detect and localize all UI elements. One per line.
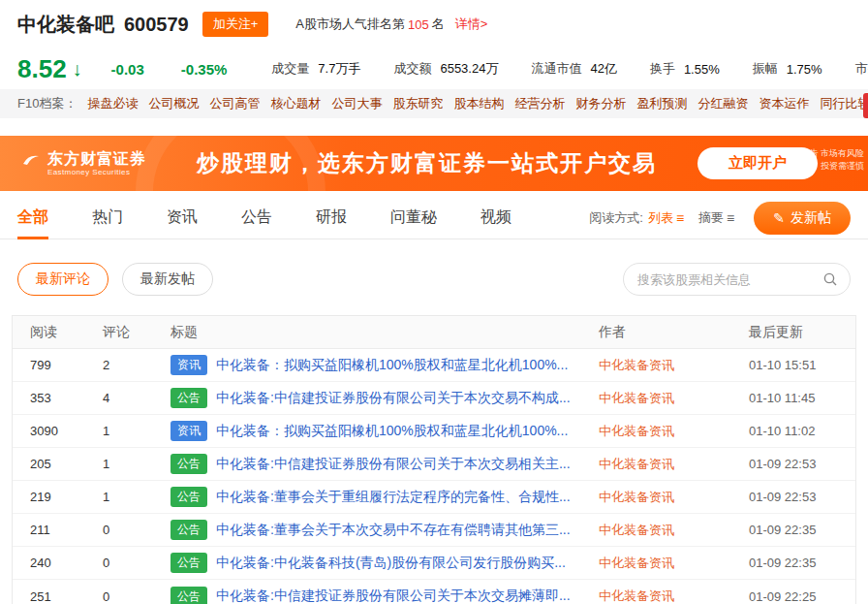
f10-link-dividends[interactable]: 分红融资 (698, 95, 748, 112)
f10-link-core-themes[interactable]: 核心题材 (270, 95, 321, 112)
stock-price: 8.52 (17, 54, 67, 84)
tab-announcements[interactable]: 公告 (241, 197, 272, 238)
post-updated-time: 01-09 22:53 (749, 457, 855, 471)
post-author-link[interactable]: 中化装备资讯 (599, 390, 749, 407)
tab-all[interactable]: 全部 (17, 197, 48, 238)
right-edge-float-tab[interactable] (863, 93, 868, 118)
post-title-cell: 公告 中化装备:董事会关于本次交易中不存在有偿聘请其他第三... (170, 520, 599, 540)
f10-nav: F10档案： 操盘必读 公司概况 公司高管 核心题材 公司大事 股东研究 股本结… (0, 89, 868, 118)
read-count: 240 (30, 556, 103, 570)
post-title-link[interactable]: 中化装备:董事会关于重组履行法定程序的完备性、合规性... (216, 489, 571, 506)
eastmoney-securities-brand: 东方财富证券 Eastmoney Securities (21, 150, 146, 177)
f10-link-capital-operations[interactable]: 资本运作 (759, 95, 809, 112)
stat-amplitude: 振幅 1.75% (753, 60, 822, 78)
post-title-link[interactable]: 中化装备:中信建投证券股份有限公司关于本次交易摊薄即... (216, 588, 571, 604)
f10-link-executives[interactable]: 公司高管 (209, 95, 260, 112)
comment-count: 4 (103, 391, 170, 405)
latest-comments-filter[interactable]: 最新评论 (17, 263, 108, 296)
f10-link-peer-comparison[interactable]: 同行比较 (820, 95, 868, 112)
ad-slogan: 炒股理财，选东方财富证券一站式开户交易 (197, 148, 657, 178)
follow-button[interactable]: 加关注+ (202, 12, 269, 37)
post-title-link[interactable]: 中化装备:董事会关于本次交易中不存在有偿聘请其他第三... (216, 522, 571, 539)
post-title-link[interactable]: 中化装备:中化装备科技(青岛)股份有限公司发行股份购买... (216, 555, 566, 572)
tab-news[interactable]: 资讯 (167, 197, 198, 238)
post-author-link[interactable]: 中化装备资讯 (599, 357, 749, 374)
post-updated-time: 01-10 11:45 (749, 391, 855, 405)
f10-link-company-events[interactable]: 公司大事 (331, 95, 382, 112)
search-input[interactable] (636, 271, 822, 288)
price-change: -0.03 (111, 61, 144, 78)
post-row: 211 0 公告 中化装备:董事会关于本次交易中不存在有偿聘请其他第三... 中… (13, 514, 855, 547)
board-header: 中化装备吧 600579 加关注+ A股市场人气排名第 105 名 详情> (0, 0, 868, 48)
mode-list-toggle[interactable]: 列表 ≡ (648, 209, 684, 227)
latest-posts-filter[interactable]: 最新发帖 (122, 263, 213, 296)
post-title-cell: 公告 中化装备:董事会关于重组履行法定程序的完备性、合规性... (170, 487, 599, 507)
f10-link-must-read[interactable]: 操盘必读 (87, 95, 138, 112)
rank-prefix: A股市场人气排名第 (295, 16, 405, 33)
post-author-link[interactable]: 中化装备资讯 (599, 456, 749, 473)
popularity-rank: A股市场人气排名第 105 名 详情> (295, 16, 487, 33)
tab-video[interactable]: 视频 (480, 197, 512, 238)
post-table-header: 阅读 评论 标题 作者 最后更新 (13, 316, 855, 349)
col-updated: 最后更新 (749, 324, 855, 341)
f10-link-operations[interactable]: 经营分析 (514, 95, 565, 112)
stat-turnover-amount: 成交额 6553.24万 (393, 60, 498, 78)
list-mode-icon: ≡ (676, 210, 684, 226)
col-comments: 评论 (103, 324, 170, 341)
stat-market-cap: 流通市值 42亿 (531, 60, 616, 78)
open-account-button[interactable]: 立即开户 (698, 147, 818, 179)
announcement-tag: 公告 (170, 553, 207, 573)
f10-link-company-profile[interactable]: 公司概况 (148, 95, 199, 112)
post-row: 219 1 公告 中化装备:董事会关于重组履行法定程序的完备性、合规性... 中… (13, 481, 855, 514)
tab-research[interactable]: 研报 (316, 197, 347, 238)
read-count: 251 (30, 589, 103, 604)
comment-count: 0 (103, 523, 170, 537)
post-row: 205 1 公告 中化装备:中信建投证券股份有限公司关于本次交易相关主... 中… (13, 448, 855, 481)
post-updated-time: 01-10 15:51 (749, 358, 855, 372)
announcement-tag: 公告 (170, 520, 207, 540)
digest-mode-icon: ≡ (727, 210, 734, 226)
post-author-link[interactable]: 中化装备资讯 (599, 555, 749, 572)
eastmoney-logo-icon (21, 151, 41, 175)
post-title-link[interactable]: 中化装备:中信建投证券股份有限公司关于本次交易不构成... (216, 390, 571, 407)
stat-volume: 成交量 7.7万手 (271, 60, 360, 78)
post-author-link[interactable]: 中化装备资讯 (599, 588, 749, 604)
stock-code: 600579 (124, 14, 189, 36)
post-updated-time: 01-09 22:53 (749, 490, 855, 504)
post-table: 阅读 评论 标题 作者 最后更新 799 2 资讯 中化装备：拟购买益阳橡机10… (12, 315, 856, 604)
f10-link-profit-forecast[interactable]: 盈利预测 (636, 95, 687, 112)
pencil-icon: ✎ (773, 210, 785, 226)
post-title-link[interactable]: 中化装备：拟购买益阳橡机100%股权和蓝星北化机100%... (216, 423, 568, 440)
post-title-link[interactable]: 中化装备：拟购买益阳橡机100%股权和蓝星北化机100%... (216, 357, 568, 374)
mode-digest-toggle[interactable]: 摘要 ≡ (698, 209, 734, 227)
post-title-link[interactable]: 中化装备:中信建投证券股份有限公司关于本次交易相关主... (216, 456, 571, 473)
col-title: 标题 (170, 324, 599, 341)
rank-detail-link[interactable]: 详情> (455, 16, 488, 33)
content-tabs: 全部 热门 资讯 公告 研报 问董秘 视频 阅读方式: 列表 ≡ 摘要 ≡ ✎ … (0, 197, 868, 239)
new-post-button[interactable]: ✎ 发新帖 (754, 202, 851, 235)
post-author-link[interactable]: 中化装备资讯 (599, 423, 749, 440)
stock-search-box[interactable] (623, 263, 851, 296)
post-author-link[interactable]: 中化装备资讯 (599, 522, 749, 539)
f10-link-shareholders[interactable]: 股东研究 (392, 95, 443, 112)
post-updated-time: 01-09 22:35 (749, 523, 855, 537)
post-author-link[interactable]: 中化装备资讯 (599, 489, 749, 506)
read-count: 353 (30, 391, 103, 405)
search-icon[interactable] (822, 271, 838, 287)
list-filter-row: 最新评论 最新发帖 (0, 239, 868, 296)
post-row: 3090 1 资讯 中化装备：拟购买益阳橡机100%股权和蓝星北化机100%..… (13, 415, 855, 448)
post-title-cell: 资讯 中化装备：拟购买益阳橡机100%股权和蓝星北化机100%... (170, 355, 599, 375)
comment-count: 2 (103, 358, 170, 372)
tab-hot[interactable]: 热门 (92, 197, 123, 238)
announcement-tag: 公告 (170, 388, 207, 408)
quote-row: 8.52 ↓ -0.03 -0.35% 成交量 7.7万手 成交额 6553.2… (0, 48, 868, 89)
f10-link-financials[interactable]: 财务分析 (575, 95, 626, 112)
tab-ask-secretary[interactable]: 问董秘 (390, 197, 437, 238)
post-title-cell: 资讯 中化装备：拟购买益阳橡机100%股权和蓝星北化机100%... (170, 421, 599, 441)
col-reads: 阅读 (30, 324, 103, 341)
post-title-cell: 公告 中化装备:中信建投证券股份有限公司关于本次交易相关主... (170, 454, 599, 474)
comment-count: 1 (103, 490, 170, 504)
read-count: 3090 (30, 424, 103, 438)
f10-link-share-structure[interactable]: 股本结构 (453, 95, 504, 112)
post-row: 251 0 公告 中化装备:中信建投证券股份有限公司关于本次交易摊薄即... 中… (13, 580, 855, 604)
